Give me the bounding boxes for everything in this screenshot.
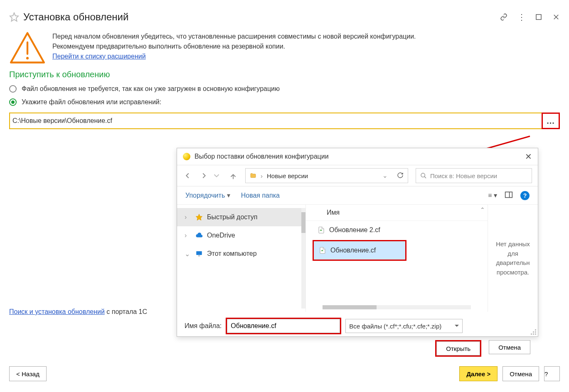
portal-suffix: с портала 1С [105, 308, 147, 315]
next-button[interactable]: Далее > [459, 366, 498, 381]
svg-rect-1 [536, 15, 541, 20]
radio-label: Файл обновления не требуется, так как он… [22, 85, 280, 93]
chevron-right-icon: › [185, 213, 191, 221]
chevron-right-icon: › [185, 232, 191, 239]
warning-text-2: Рекомендуем предварительно выполнить обн… [52, 42, 416, 51]
wizard-footer: < Назад Далее > Отмена ? [9, 366, 560, 381]
column-name[interactable]: Имя [306, 205, 488, 221]
dialog-footer: Имя файла: Все файлы (*.cf*;*.cfu;*.cfe;… [177, 312, 538, 357]
chevron-down-icon: ⌄ [185, 250, 191, 258]
breadcrumb-current: Новые версии [267, 172, 308, 179]
tree-label: OneDrive [207, 232, 235, 239]
title-bar: Установка обновлений ⋮ [9, 9, 560, 25]
dialog-nav-bar: › Новые версии ⌄ Поиск в: Новые версии [177, 165, 538, 186]
back-button[interactable]: < Назад [9, 366, 47, 381]
view-mode-icon[interactable]: ≡ ▾ [488, 191, 497, 199]
file-icon [319, 247, 326, 254]
warning-panel: Перед началом обновления убедитесь, что … [9, 32, 560, 64]
section-heading: Приступить к обновлению [9, 70, 560, 79]
file-item[interactable]: Обновление.cf [314, 241, 405, 260]
maximize-icon[interactable] [535, 13, 542, 21]
search-placeholder: Поиск в: Новые версии [430, 172, 497, 179]
extensions-list-link[interactable]: Перейти к списку расширений [52, 53, 146, 60]
warning-icon [9, 32, 46, 64]
close-icon[interactable] [552, 13, 560, 21]
organize-button[interactable]: Упорядочить ▾ [185, 191, 230, 199]
dialog-close-icon[interactable]: ✕ [525, 152, 532, 162]
svg-marker-0 [10, 13, 18, 21]
nav-tree: › Быстрый доступ › OneDrive ⌄ Этот компь… [177, 205, 306, 312]
svg-rect-15 [196, 251, 202, 255]
resize-grip[interactable] [530, 329, 536, 335]
svg-rect-12 [505, 192, 512, 197]
warning-text-1: Перед началом обновления убедитесь, что … [52, 32, 416, 42]
tree-scrollbar[interactable] [301, 208, 305, 309]
dialog-help-icon[interactable]: ? [520, 191, 530, 200]
kebab-icon[interactable]: ⋮ [517, 13, 525, 21]
radio-label: Укажите файл обновления или исправлений: [22, 98, 161, 106]
link-icon[interactable] [500, 13, 507, 21]
star-icon[interactable] [9, 12, 19, 22]
help-button[interactable]: ? [544, 366, 560, 381]
file-list: ⌃ Имя Обновление 2.cf Обновление.cf [306, 205, 488, 312]
chevron-right-icon: › [261, 172, 263, 179]
nav-forward-icon[interactable] [200, 171, 209, 180]
svg-marker-14 [196, 214, 202, 220]
search-icon [420, 172, 427, 179]
portal-line: Поиск и установка обновлений с портала 1… [9, 308, 147, 316]
svg-point-10 [421, 173, 425, 177]
filename-label: Имя файла: [185, 322, 222, 330]
file-open-dialog: Выбор поставки обновления конфигурации ✕… [177, 148, 538, 337]
update-file-path: ... [9, 113, 560, 129]
chevron-down-icon[interactable]: ⌄ [382, 172, 388, 179]
folder-icon [250, 172, 256, 179]
file-list-scrollbar[interactable] [323, 305, 471, 309]
radio-icon [9, 85, 17, 93]
tree-quick-access[interactable]: › Быстрый доступ [177, 208, 301, 226]
nav-back-icon[interactable] [183, 171, 192, 180]
preview-pane-icon[interactable] [505, 191, 513, 200]
nav-up-icon[interactable] [229, 171, 238, 180]
tree-label: Быстрый доступ [207, 213, 258, 221]
dialog-title-bar: Выбор поставки обновления конфигурации ✕ [177, 148, 538, 165]
tree-label: Этот компьютер [207, 250, 257, 257]
dialog-cancel-button[interactable]: Отмена [489, 340, 530, 354]
file-name: Обновление.cf [330, 247, 376, 254]
filename-input[interactable] [227, 319, 340, 333]
dialog-title: Выбор поставки обновления конфигурации [195, 153, 521, 160]
path-input[interactable] [10, 117, 559, 125]
svg-rect-16 [198, 256, 200, 257]
dialog-toolbar: Упорядочить ▾ Новая папка ≡ ▾ ? [177, 186, 538, 205]
monitor-icon [195, 250, 203, 257]
file-name: Обновление 2.cf [329, 226, 380, 234]
star-icon [195, 213, 203, 221]
radio-not-needed[interactable]: Файл обновления не требуется, так как он… [9, 85, 560, 93]
radio-icon-selected [9, 98, 17, 106]
new-folder-button[interactable]: Новая папка [241, 192, 280, 199]
preview-pane: Нет данных для дварительн просмотра. [488, 205, 538, 312]
cloud-icon [195, 232, 203, 239]
filetype-select[interactable]: Все файлы (*.cf*;*.cfu;*.cfe;*.zip) [345, 319, 463, 333]
browse-button[interactable]: ... [542, 113, 560, 129]
breadcrumb[interactable]: › Новые версии ⌄ [245, 168, 408, 183]
svg-line-11 [424, 176, 426, 178]
file-item[interactable]: Обновление 2.cf [306, 221, 488, 239]
refresh-icon[interactable] [397, 172, 404, 180]
portal-updates-link[interactable]: Поиск и установка обновлений [9, 308, 105, 315]
tree-this-pc[interactable]: ⌄ Этот компьютер [177, 245, 301, 263]
file-icon [318, 226, 325, 234]
open-button[interactable]: Открыть [436, 341, 480, 355]
tree-onedrive[interactable]: › OneDrive [177, 226, 301, 245]
chevron-up-icon[interactable]: ⌃ [480, 206, 485, 213]
nav-history-chevron-icon[interactable] [212, 171, 221, 180]
page-title: Установка обновлений [23, 11, 500, 23]
svg-point-6 [26, 57, 29, 59]
radio-specify-file[interactable]: Укажите файл обновления или исправлений: [9, 98, 560, 106]
dialog-search-input[interactable]: Поиск в: Новые версии [416, 168, 532, 183]
app-icon [183, 153, 190, 160]
cancel-button[interactable]: Отмена [502, 366, 539, 381]
